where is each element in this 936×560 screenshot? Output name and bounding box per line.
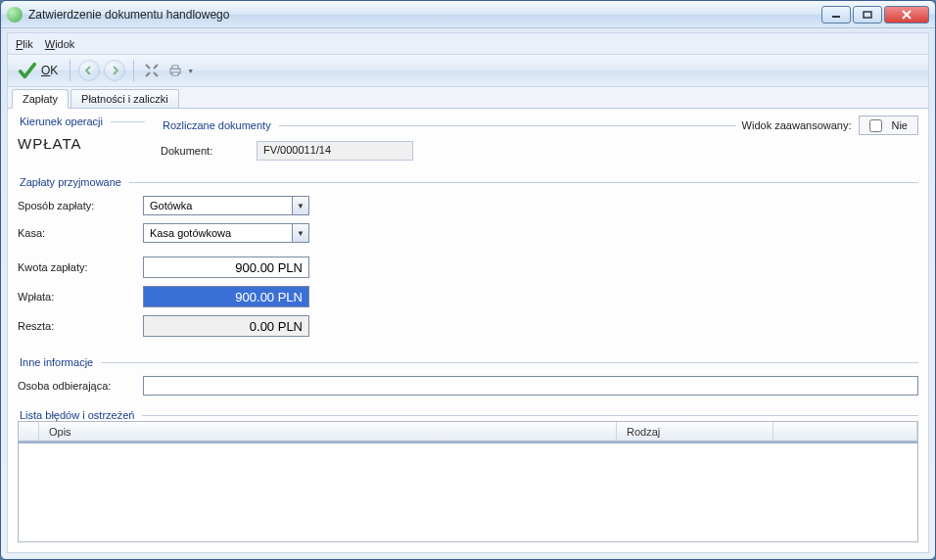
operation-type: WPŁATA [18,135,145,152]
chevron-down-icon[interactable]: ▼ [292,196,309,215]
kasa-label: Kasa: [18,227,135,239]
grid-header: Opis Rodzaj [19,422,917,442]
sposob-zaplaty-label: Sposób zapłaty: [18,200,135,211]
menubar: Plik Widok [7,32,929,54]
grid-body [19,442,917,541]
grid-col-opis[interactable]: Opis [39,422,617,441]
advanced-view-checkbox[interactable]: Nie [859,116,918,135]
close-button[interactable] [884,6,929,23]
chevron-down-icon[interactable]: ▼ [292,223,309,243]
main-window: Zatwierdzenie dokumentu handlowego Plik … [0,0,936,560]
chevron-down-icon: ▼ [187,68,194,74]
group-rozliczane-dokumenty: Rozliczane dokumenty Widok zaawansowany:… [161,116,918,161]
menu-plik[interactable]: Plik [16,38,33,50]
advanced-view-toggle-area: Widok zaawansowany: Nie [742,116,918,135]
svg-rect-5 [172,66,178,69]
dokument-label: Dokument: [161,145,249,157]
wplata-label: Wpłata: [18,291,135,303]
grid-col-rodzaj[interactable]: Rodzaj [617,422,773,441]
ok-label: OK [41,64,58,77]
separator [133,60,134,81]
maximize-button[interactable] [853,6,882,23]
group-title: Lista błędów i ostrzeżeń [18,409,136,421]
check-icon [18,61,37,80]
advanced-label: Widok zaawansowany: [742,119,852,131]
printer-icon [165,61,185,80]
titlebar: Zatwierdzenie dokumentu handlowego [1,1,935,28]
reszta-output [143,315,309,337]
kasa-combo[interactable]: ▼ [143,223,309,243]
window-buttons [821,6,929,23]
group-zaplaty-przyjmowane: Zapłaty przyjmowane Sposób zapłaty: ▼ Ka… [18,176,918,337]
tools-icon[interactable] [142,61,162,80]
group-lista-bledow: Lista błędów i ostrzeżeń Opis Rodzaj [18,409,918,542]
svg-rect-1 [864,12,871,18]
nav-back-button[interactable] [78,60,100,81]
reszta-label: Reszta: [18,320,135,332]
osoba-label: Osoba odbierająca: [18,380,135,392]
osoba-odbierajaca-input[interactable] [143,376,918,396]
ok-button[interactable]: OK [14,59,62,82]
kwota-zaplaty-input[interactable] [143,257,309,278]
group-kierunek-operacji: Kierunek operacji WPŁATA [18,116,145,152]
group-title: Inne informacje [18,356,95,368]
kwota-zaplaty-label: Kwota zapłaty: [18,261,135,273]
grid-col-handle[interactable] [19,422,39,441]
advanced-checkbox-input[interactable] [869,119,882,132]
tab-zaplaty[interactable]: Zapłaty [12,89,69,109]
group-title: Zapłaty przyjmowane [18,176,123,188]
window-title: Zatwierdzenie dokumentu handlowego [28,8,821,22]
print-button[interactable]: ▼ [165,61,194,80]
dokument-value: FV/000011/14 [257,141,413,161]
advanced-value: Nie [891,119,908,131]
app-icon [7,7,23,23]
group-inne-informacje: Inne informacje Osoba odbierająca: [18,356,918,396]
sposob-zaplaty-input[interactable] [143,196,292,215]
content-area: Zapłaty Płatności i zaliczki Kierunek op… [7,87,929,553]
nav-forward-button[interactable] [104,60,125,81]
separator [70,60,70,81]
svg-rect-6 [172,72,178,75]
wplata-input[interactable] [143,286,309,307]
toolbar: OK ▼ [7,54,929,87]
grid-col-spacer [773,422,917,441]
group-title: Rozliczane dokumenty [161,119,273,131]
menu-widok[interactable]: Widok [45,38,75,50]
minimize-button[interactable] [821,6,851,23]
tab-platnosci[interactable]: Płatności i zaliczki [70,89,179,108]
tab-body-zaplaty: Kierunek operacji WPŁATA Rozliczane doku… [8,110,928,552]
kasa-input[interactable] [143,223,292,243]
group-title: Kierunek operacji [18,116,105,127]
sposob-zaplaty-combo[interactable]: ▼ [143,196,309,215]
errors-grid[interactable]: Opis Rodzaj [18,421,918,542]
tabstrip: Zapłaty Płatności i zaliczki [8,87,928,109]
